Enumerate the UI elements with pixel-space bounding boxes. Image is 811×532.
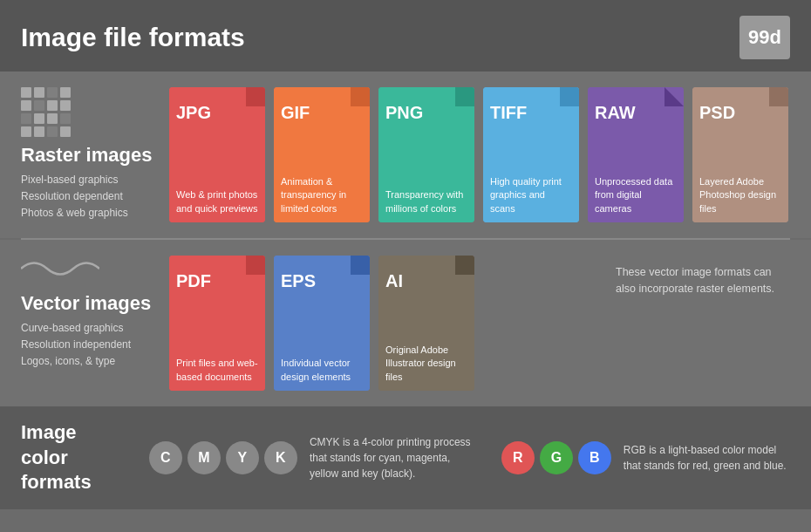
raster-cards: JPG Web & print photos and quick preview… — [169, 87, 790, 222]
card-desc: Layered Adobe Photoshop design files — [699, 175, 781, 215]
rgb-circle-b: B — [578, 441, 611, 474]
raster-dot — [21, 113, 31, 124]
raster-dot — [60, 113, 71, 124]
card-body: AI Original Adobe Illustrator design fil… — [378, 256, 474, 391]
card-desc: Original Adobe Illustrator design files — [385, 344, 467, 384]
color-formats-title: Image color formats — [21, 420, 123, 495]
card-label: EPS — [281, 271, 363, 291]
raster-dot — [21, 126, 31, 137]
raster-grid — [21, 87, 169, 137]
logo: 99d — [739, 16, 790, 59]
color-section: Image color formats CMYK CMYK is a 4-col… — [0, 406, 811, 509]
card-label: PDF — [176, 271, 258, 291]
card-body: PDF Print files and web-based documents — [169, 256, 265, 391]
raster-title: Raster images — [21, 144, 169, 167]
cmyk-circle-c: C — [149, 441, 182, 474]
card-body: EPS Individual vector design elements — [274, 256, 370, 391]
raster-dot — [60, 126, 71, 137]
cmyk-circle-y: Y — [226, 441, 259, 474]
cmyk-desc: CMYK is a 4-color printing process that … — [310, 434, 475, 481]
rgb-desc: RGB is a light-based color model that st… — [624, 442, 790, 474]
cmyk-circles: CMYK — [149, 441, 297, 474]
card-ai: AI Original Adobe Illustrator design fil… — [378, 256, 474, 391]
raster-left: Raster images Pixel-based graphics Resol… — [21, 87, 169, 222]
card-label: TIFF — [490, 103, 572, 123]
vector-cards: PDF Print files and web-based documents … — [169, 256, 607, 391]
card-tiff: TIFF High quality print graphics and sca… — [483, 87, 579, 222]
raster-icon — [21, 87, 169, 137]
page-title: Image file formats — [21, 23, 245, 52]
raster-section: Raster images Pixel-based graphics Resol… — [0, 72, 811, 238]
vector-note: These vector image formats can also inco… — [616, 256, 790, 297]
header: Image file formats 99d — [0, 0, 811, 72]
card-body: PSD Layered Adobe Photoshop design files — [692, 87, 788, 222]
card-desc: Unprocessed data from digital cameras — [595, 175, 677, 215]
raster-dot — [21, 87, 31, 98]
card-desc: Transparency with millions of colors — [385, 188, 467, 215]
raster-dot — [47, 126, 58, 137]
cmyk-block: CMYK CMYK is a 4-color printing process … — [149, 434, 475, 481]
card-desc: Print files and web-based documents — [176, 357, 258, 384]
card-body: RAW Unprocessed data from digital camera… — [588, 87, 684, 222]
card-body: GIF Animation & transparency in limited … — [274, 87, 370, 222]
raster-dot — [47, 87, 58, 98]
card-desc: Individual vector design elements — [281, 357, 363, 384]
card-desc: Web & print photos and quick previews — [176, 188, 258, 215]
raster-dot — [47, 113, 58, 124]
raster-dot — [47, 100, 58, 111]
card-body: JPG Web & print photos and quick preview… — [169, 87, 265, 222]
wave-svg — [21, 256, 99, 282]
rgb-circles: RGB — [501, 441, 611, 474]
rgb-circle-g: G — [540, 441, 573, 474]
card-label: GIF — [281, 103, 363, 123]
rgb-circle-r: R — [501, 441, 535, 474]
raster-dot — [60, 87, 71, 98]
card-gif: GIF Animation & transparency in limited … — [274, 87, 370, 222]
vector-left: Vector images Curve-based graphics Resol… — [21, 256, 169, 371]
card-label: RAW — [595, 103, 677, 123]
cmyk-circle-k: K — [264, 441, 297, 474]
card-png: PNG Transparency with millions of colors — [378, 87, 474, 222]
card-raw: RAW Unprocessed data from digital camera… — [588, 87, 684, 222]
card-body: PNG Transparency with millions of colors — [378, 87, 474, 222]
raster-desc: Pixel-based graphics Resolution dependen… — [21, 172, 169, 222]
card-label: JPG — [176, 103, 258, 123]
raster-dot — [34, 126, 44, 137]
vector-section: Vector images Curve-based graphics Resol… — [0, 240, 811, 406]
card-pdf: PDF Print files and web-based documents — [169, 256, 265, 391]
card-desc: Animation & transparency in limited colo… — [281, 175, 363, 215]
raster-dot — [34, 113, 44, 124]
card-label: PSD — [699, 103, 781, 123]
card-eps: EPS Individual vector design elements — [274, 256, 370, 391]
card-desc: High quality print graphics and scans — [490, 175, 572, 215]
card-label: AI — [385, 271, 467, 291]
cmyk-circle-m: M — [187, 441, 221, 474]
card-body: TIFF High quality print graphics and sca… — [483, 87, 579, 222]
raster-dot — [34, 100, 44, 111]
card-label: PNG — [385, 103, 467, 123]
vector-title: Vector images — [21, 292, 169, 315]
raster-dot — [21, 100, 31, 111]
rgb-block: RGB RGB is a light-based color model tha… — [501, 441, 790, 474]
raster-dot — [60, 100, 71, 111]
card-psd: PSD Layered Adobe Photoshop design files — [692, 87, 788, 222]
vector-desc: Curve-based graphics Resolution independ… — [21, 320, 169, 371]
card-jpg: JPG Web & print photos and quick preview… — [169, 87, 265, 222]
raster-dot — [34, 87, 44, 98]
vector-icon — [21, 256, 169, 285]
